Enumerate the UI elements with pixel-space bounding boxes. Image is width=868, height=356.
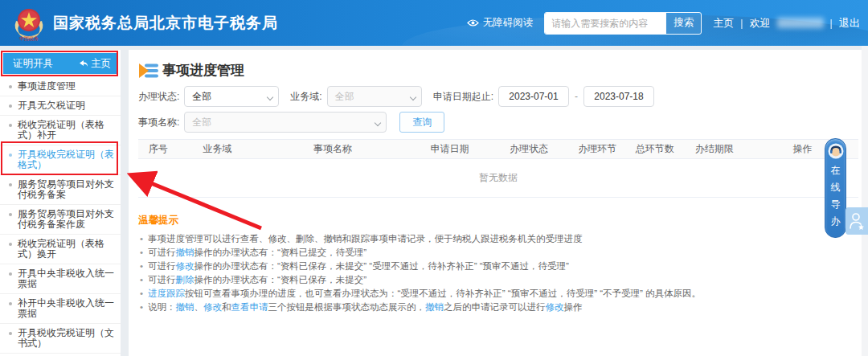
tip-keyword: 撤销 — [176, 248, 194, 257]
site-title: 国家税务总局北京市电子税务局 — [53, 0, 278, 46]
welcome-label: 欢迎 — [750, 16, 771, 31]
date-separator: - — [575, 91, 578, 102]
domain-filter-label: 业务域: — [290, 90, 321, 104]
date-from-input[interactable] — [498, 86, 569, 107]
tip-keyword: 修改 — [203, 302, 222, 312]
divider: | — [830, 17, 833, 29]
table-column-header: 办理环节 — [567, 142, 628, 156]
divider: | — [740, 17, 743, 29]
tip-keyword: 进度跟踪 — [148, 288, 185, 298]
sidebar-item[interactable]: 税收完税证明（表格式）换开 — [0, 235, 121, 264]
bullet-icon — [9, 213, 12, 216]
bullet-icon — [9, 302, 12, 305]
logo-caption: 中国税务 — [19, 36, 39, 42]
tip-keyword: 撤销 — [425, 302, 444, 312]
tax-bureau-logo: 中国税务 — [11, 5, 47, 42]
bullet-icon — [9, 332, 12, 335]
sidebar-item[interactable]: 开具中央非税收入统一票据 — [0, 264, 121, 294]
tip-keyword: 修改 — [176, 261, 194, 271]
tip-item: 可进行撤销操作的办理状态有：“资料已提交，待受理” — [138, 248, 858, 261]
tip-item: 可进行删除操作的办理状态有：“资料已保存，未提交” — [138, 275, 858, 288]
sidebar-category-title: 证明开具 — [13, 57, 53, 71]
sidebar-header: 证明开具 主页 — [3, 53, 117, 74]
search-button[interactable]: 搜索 — [665, 13, 701, 34]
sidebar-home-button[interactable]: 主页 — [79, 57, 111, 71]
home-link[interactable]: 主页 — [713, 16, 734, 31]
scrollbar-track[interactable] — [862, 46, 868, 356]
top-header: 中国税务 国家税务总局北京市电子税务局 无障碍阅读 搜索 主页 | 欢迎 | 退… — [0, 0, 868, 46]
date-range-label: 申请日期起止: — [433, 90, 493, 104]
tip-item: 说明：撤销、修改和查看申请三个按钮是根据事项状态动态展示的，撤销之后的申请记录可… — [138, 302, 858, 316]
domain-select-value: 全部 — [335, 90, 354, 104]
tip-keyword: 删除 — [176, 275, 194, 284]
sidebar-item[interactable]: 事项进度管理 — [0, 77, 121, 96]
item-name-filter-label: 事项名称: — [138, 116, 179, 129]
domain-select[interactable]: 全部 — [327, 86, 422, 107]
header-search: 搜索 — [544, 12, 702, 35]
bullet-icon — [9, 243, 12, 246]
logout-link[interactable]: 退出 — [839, 16, 860, 31]
tip-item: 事项进度管理可以进行查看、修改、删除、撤销和跟踪事项申请记录，便于纳税人跟进税务… — [138, 234, 858, 248]
bullet-icon — [9, 85, 12, 88]
sidebar-item[interactable]: 补开中央非税收入统一票据 — [0, 294, 121, 324]
customer-service-avatar-icon — [828, 143, 844, 159]
tip-keyword: 撤销 — [176, 302, 194, 312]
table-column-header: 序号 — [138, 142, 178, 156]
sidebar-menu: 事项进度管理开具无欠税证明税收完税证明（表格式）补开开具税收完税证明（表格式）服… — [0, 77, 121, 356]
table-column-header: 申请日期 — [408, 142, 491, 156]
accessibility-toggle[interactable]: 无障碍阅读 — [467, 16, 534, 30]
sidebar-item[interactable]: 服务贸易等项目对外支付税务备案作废 — [0, 205, 121, 235]
bullet-icon — [9, 124, 12, 127]
sidebar-item[interactable]: 服务贸易等项目对外支付税务备案 — [0, 175, 121, 205]
sidebar-item[interactable]: 税收完税证明（表格式）补开 — [0, 116, 121, 145]
tip-item: 可进行修改操作的办理状态有：“资料已保存，未提交” “受理不通过，待补齐补正” … — [138, 261, 858, 275]
query-button[interactable]: 查询 — [399, 112, 444, 133]
accessibility-label: 无障碍阅读 — [483, 16, 534, 30]
table-column-header: 业务域 — [178, 142, 257, 156]
bullet-icon — [9, 183, 12, 186]
sidebar: 证明开具 主页 事项进度管理开具无欠税证明税收完税证明（表格式）补开开具税收完税… — [0, 50, 121, 356]
table-header-row: 序号业务域事项名称申请日期办理状态办理环节总环节数办结期限操作 — [138, 140, 858, 159]
sidebar-item[interactable]: 开具税收完税证明（文书式） — [0, 324, 121, 354]
table-column-header: 事项名称 — [257, 142, 408, 156]
table-column-header: 总环节数 — [628, 142, 682, 156]
tip-item: 进度跟踪按钮可查看事项办理的进度，也可查看办理状态为：“受理不通过，待补齐补正”… — [138, 288, 858, 302]
table-column-header: 办结期限 — [682, 142, 747, 156]
status-select[interactable]: 全部 — [184, 86, 279, 107]
online-guide-label: 在线导办 — [831, 164, 841, 228]
bullet-icon — [9, 104, 12, 108]
back-arrow-icon — [79, 59, 88, 68]
chevron-down-icon — [375, 120, 381, 126]
tip-keyword: 查看申请 — [231, 302, 268, 312]
progress-table: 序号业务域事项名称申请日期办理状态办理环节总环节数办结期限操作 暂无数据 — [138, 139, 858, 198]
chevron-down-icon — [267, 94, 273, 100]
item-name-select-value: 全部 — [192, 116, 211, 129]
eye-icon — [467, 18, 479, 27]
page-title: 事项进度管理 — [162, 61, 244, 80]
tips-title: 温馨提示 — [138, 214, 858, 227]
bullet-icon — [9, 272, 12, 276]
status-select-value: 全部 — [192, 90, 211, 104]
search-input[interactable] — [545, 13, 665, 34]
chevron-down-icon — [409, 94, 416, 100]
table-column-header: 办理状态 — [491, 142, 567, 156]
person-star-icon — [849, 211, 865, 231]
online-guide-tab[interactable]: 在线导办 — [825, 138, 846, 238]
user-name-redacted — [777, 18, 824, 28]
sidebar-item[interactable]: 开具无欠税证明 — [0, 96, 121, 116]
main-panel: 事项进度管理 办理状态: 全部 业务域: 全部 申请日期起止: - 事项名称: … — [129, 50, 868, 356]
sidebar-home-label: 主页 — [91, 57, 111, 71]
tips-list: 事项进度管理可以进行查看、修改、删除、撤销和跟踪事项申请记录，便于纳税人跟进税务… — [138, 234, 858, 316]
date-to-input[interactable] — [583, 86, 654, 107]
table-empty-state: 暂无数据 — [138, 159, 858, 198]
item-name-select[interactable]: 全部 — [184, 112, 387, 133]
page-title-icon — [138, 63, 159, 79]
sidebar-item[interactable]: 开具税收完税证明（表格式） — [0, 145, 121, 175]
bullet-icon — [9, 153, 12, 157]
person-star-widget[interactable] — [845, 207, 868, 235]
tip-keyword: 修改 — [546, 302, 564, 312]
status-filter-label: 办理状态: — [138, 90, 179, 104]
tips-section: 温馨提示 事项进度管理可以进行查看、修改、删除、撤销和跟踪事项申请记录，便于纳税… — [138, 214, 858, 316]
